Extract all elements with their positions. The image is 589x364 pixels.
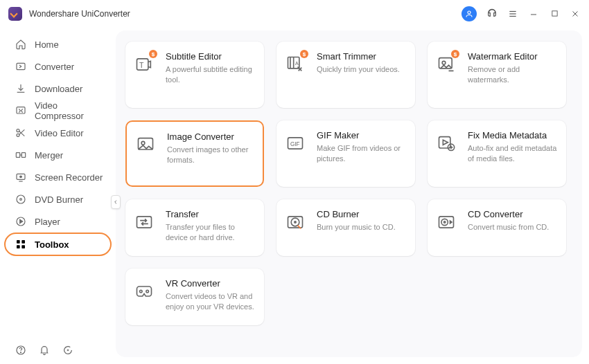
sidebar-item-downloader[interactable]: Downloader [0, 78, 116, 100]
sidebar-item-compressor[interactable]: Video Compressor [0, 100, 116, 122]
svg-text:AI: AI [295, 61, 300, 66]
tool-title: VR Converter [166, 278, 256, 289]
tool-title: Smart Trimmer [317, 51, 400, 62]
tool-title: Subtitle Editor [166, 51, 256, 62]
transfer-icon [134, 212, 155, 233]
cd-converter-icon [436, 212, 457, 233]
tool-subtitle-editor[interactable]: T $ Subtitle Editor A powerful subtitle … [125, 42, 264, 108]
metadata-icon [436, 133, 457, 154]
tool-title: Watermark Editor [468, 51, 558, 62]
feedback-icon[interactable] [62, 345, 73, 356]
sidebar-item-label: Video Compressor [35, 100, 107, 121]
svg-rect-5 [552, 11, 556, 16]
scissors-icon [15, 127, 26, 138]
premium-badge: $ [300, 50, 308, 58]
sidebar-item-label: Merger [35, 150, 63, 161]
sidebar-item-label: DVD Burner [35, 194, 83, 205]
sidebar-item-dvd[interactable]: DVD Burner [0, 188, 116, 210]
minimize-button[interactable] [528, 8, 539, 19]
vr-icon [134, 281, 155, 302]
svg-rect-27 [21, 245, 25, 248]
svg-text:GIF: GIF [290, 141, 300, 147]
sidebar-item-editor[interactable]: Video Editor [0, 122, 116, 144]
tool-title: Image Converter [167, 131, 254, 142]
bell-icon[interactable] [39, 345, 50, 356]
play-icon [15, 216, 26, 227]
svg-rect-15 [21, 153, 25, 158]
app-title: Wondershare UniConverter [29, 9, 130, 19]
tool-image-converter[interactable]: Image Converter Convert images to other … [125, 120, 264, 187]
tool-cd-burner[interactable]: CD Burner Burn your music to CD. [276, 199, 415, 256]
tool-title: Fix Media Metadata [468, 130, 558, 140]
sidebar-item-label: Converter [35, 62, 74, 72]
svg-point-56 [140, 290, 143, 293]
download-icon [15, 83, 26, 94]
svg-point-57 [146, 290, 149, 293]
svg-point-0 [468, 11, 471, 14]
image-icon [135, 134, 156, 155]
tool-transfer[interactable]: Transfer Transfer your files to device o… [125, 199, 264, 256]
tool-smart-trimmer[interactable]: AI $ Smart Trimmer Quickly trim your vid… [276, 42, 415, 108]
tool-cd-converter[interactable]: CD Converter Convert music from CD. [428, 199, 566, 256]
titlebar: Wondershare UniConverter [0, 0, 589, 28]
svg-point-18 [20, 176, 22, 178]
watermark-icon: $ [436, 54, 457, 75]
sidebar-item-converter[interactable]: Converter [0, 55, 116, 78]
tool-title: CD Burner [317, 209, 396, 219]
tool-vr-converter[interactable]: VR Converter Convert videos to VR and en… [125, 269, 264, 325]
tool-fix-metadata[interactable]: Fix Media Metadata Auto-fix and edit met… [428, 120, 566, 187]
svg-point-37 [442, 61, 446, 64]
sidebar-item-recorder[interactable]: Screen Recorder [0, 166, 116, 188]
recorder-icon [15, 172, 26, 183]
tool-desc: Transfer your files to device or hard dr… [166, 222, 256, 244]
svg-point-29 [20, 352, 21, 353]
svg-rect-48 [137, 217, 152, 228]
gif-icon: GIF [285, 133, 306, 154]
tool-desc: Make GIF from videos or pictures. [317, 143, 407, 165]
svg-point-50 [291, 218, 299, 226]
sidebar-item-toolbox[interactable]: Toolbox [4, 233, 112, 256]
svg-marker-55 [450, 220, 453, 225]
user-avatar[interactable] [461, 6, 477, 21]
sidebar-collapse-button[interactable] [111, 195, 121, 209]
support-icon[interactable] [486, 8, 498, 19]
main-panel: T $ Subtitle Editor A powerful subtitle … [116, 30, 582, 357]
svg-rect-14 [16, 153, 19, 158]
tool-desc: A powerful subtitle editing tool. [166, 64, 256, 86]
app-logo [8, 7, 22, 21]
tool-title: Transfer [166, 209, 256, 219]
tool-watermark-editor[interactable]: $ Watermark Editor Remove or add waterma… [428, 42, 566, 108]
help-icon[interactable] [15, 345, 26, 356]
sidebar-item-label: Home [35, 39, 59, 50]
svg-rect-9 [17, 107, 25, 113]
tool-gif-maker[interactable]: GIF GIF Maker Make GIF from videos or pi… [276, 120, 415, 187]
home-icon [15, 39, 26, 50]
svg-point-21 [20, 199, 22, 201]
close-button[interactable] [570, 8, 581, 19]
sidebar: Home Converter Downloader Video Compress… [0, 28, 116, 364]
tool-desc: Burn your music to CD. [317, 222, 396, 233]
svg-point-20 [17, 195, 25, 203]
svg-marker-44 [443, 140, 448, 145]
svg-text:T: T [139, 61, 144, 69]
sidebar-item-label: Toolbox [35, 239, 69, 250]
toolbox-icon [15, 239, 26, 250]
cd-burner-icon [285, 212, 306, 233]
maximize-button[interactable] [549, 8, 560, 19]
tool-desc: Remove or add watermarks. [468, 64, 558, 86]
trimmer-icon: AI $ [285, 54, 306, 75]
sidebar-item-player[interactable]: Player [0, 210, 116, 233]
menu-icon[interactable] [507, 8, 518, 19]
sidebar-item-home[interactable]: Home [0, 33, 116, 55]
svg-rect-25 [21, 240, 25, 244]
sidebar-item-label: Downloader [35, 84, 82, 94]
svg-rect-26 [17, 245, 20, 248]
merger-icon [15, 149, 26, 161]
sidebar-item-merger[interactable]: Merger [0, 144, 116, 166]
tool-title: GIF Maker [317, 130, 407, 140]
compressor-icon [15, 105, 26, 116]
premium-badge: $ [451, 50, 459, 58]
svg-point-53 [441, 219, 448, 225]
svg-marker-23 [20, 219, 23, 223]
svg-point-54 [444, 221, 446, 223]
